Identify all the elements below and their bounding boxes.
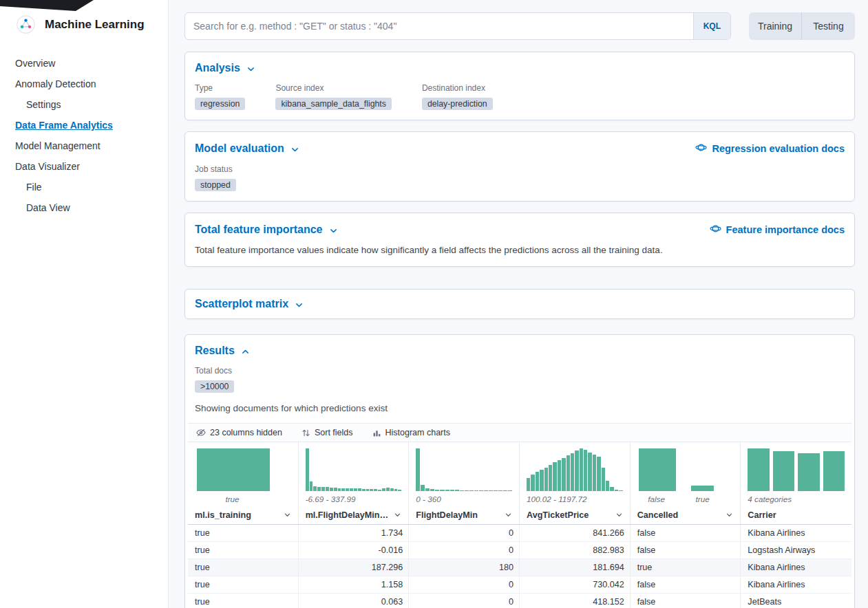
chevron-down-icon[interactable]: [505, 511, 512, 519]
histogram-bar: [597, 457, 600, 491]
table-cell[interactable]: false: [631, 576, 741, 593]
total-docs-field: Total docs >10000: [195, 366, 845, 393]
model-evaluation-section-toggle[interactable]: Model evaluation: [195, 142, 299, 155]
column-name: ml.FlightDelayMin_prediction: [306, 510, 392, 520]
sidebar-item-overview[interactable]: Overview: [0, 53, 168, 74]
table-cell[interactable]: -0.016: [299, 542, 410, 558]
feature-importance-docs-link[interactable]: Feature importance docs: [710, 223, 845, 237]
sidebar-item-file[interactable]: File: [0, 177, 168, 197]
sidebar-item-anomaly-detection[interactable]: Anomaly Detection: [0, 74, 168, 94]
eye-closed-icon: [196, 428, 206, 437]
histogram-bar: [435, 490, 439, 491]
testing-button[interactable]: Testing: [802, 12, 855, 40]
column-header-ml-flightdelaymin-prediction[interactable]: ml.FlightDelayMin_prediction: [306, 506, 402, 524]
toolbar-histogram-button[interactable]: Histogram charts: [372, 428, 450, 437]
histogram-bar: [593, 455, 596, 491]
table-cell[interactable]: 0.063: [299, 594, 410, 608]
feature-importance-section-toggle[interactable]: Total feature importance: [195, 224, 338, 236]
feature-importance-panel: Total feature importance Feature importa…: [184, 213, 855, 267]
table-cell[interactable]: true: [631, 559, 741, 576]
histogram-bar: [460, 490, 464, 491]
table-cell[interactable]: false: [631, 525, 741, 541]
column-header-carrier[interactable]: Carrier: [748, 506, 845, 524]
histogram-bar: [479, 490, 483, 491]
histogram-bar: [527, 478, 530, 491]
total-docs-label: Total docs: [195, 366, 234, 376]
column-header-ml-is-training[interactable]: ml.is_training: [195, 506, 291, 524]
scatterplot-section-toggle[interactable]: Scatterplot matrix: [195, 298, 304, 310]
regression-evaluation-docs-link[interactable]: Regression evaluation docs: [695, 142, 845, 155]
table-cell[interactable]: Kibana Airlines: [741, 559, 851, 576]
histogram-bar: [370, 489, 373, 491]
table-cell[interactable]: true: [188, 525, 299, 541]
table-cell[interactable]: false: [631, 594, 741, 608]
table-cell[interactable]: JetBeats: [741, 594, 851, 608]
histogram-bar: [440, 490, 444, 491]
table-cell[interactable]: true: [188, 594, 299, 608]
table-cell[interactable]: true: [188, 542, 299, 558]
toolbar-eye-closed-button[interactable]: 23 columns hidden: [196, 428, 282, 437]
table-cell[interactable]: 0: [409, 542, 520, 558]
table-cell[interactable]: Kibana Airlines: [741, 525, 851, 541]
table-cell[interactable]: 180: [409, 559, 520, 576]
histogram-bar: [489, 490, 493, 491]
histogram-bar: [321, 487, 325, 491]
table-cell[interactable]: 418.152: [520, 594, 631, 608]
table-cell[interactable]: false: [631, 542, 741, 558]
results-section-toggle[interactable]: Results: [195, 345, 250, 357]
histogram-bar: [536, 472, 539, 491]
results-panel: Results Total docs >10000 Showing docume…: [184, 334, 855, 608]
histogram-bar: [398, 490, 401, 491]
table-cell[interactable]: 1.734: [299, 525, 410, 541]
training-button[interactable]: Training: [749, 12, 802, 40]
histogram-range-label: -6.69 - 337.99: [306, 494, 402, 506]
table-row: true-0.0160882.983falseLogstash Airways: [188, 542, 851, 559]
app-root: Machine Learning OverviewAnomaly Detecti…: [0, 0, 868, 608]
grid-header-cell: 100.02 - 1197.72AvgTicketPrice: [520, 442, 631, 524]
histogram-bar: [580, 448, 583, 491]
sidebar: Machine Learning OverviewAnomaly Detecti…: [0, 0, 169, 608]
histogram-bar: [531, 475, 534, 491]
histogram-bar: [313, 486, 317, 491]
cancelled-histogram: [637, 448, 734, 491]
search-input[interactable]: [185, 13, 693, 39]
sidebar-item-data-visualizer[interactable]: Data Visualizer: [0, 156, 168, 177]
sidebar-item-data-view[interactable]: Data View: [0, 197, 168, 218]
chevron-down-icon[interactable]: [726, 511, 733, 519]
table-row: true187.296180181.694trueKibana Airlines: [188, 559, 851, 576]
histogram-bar: [390, 488, 394, 491]
ml-is-training-histogram: [195, 448, 291, 491]
table-cell[interactable]: Logstash Airways: [741, 542, 851, 558]
table-cell[interactable]: 181.694: [520, 559, 631, 576]
table-cell[interactable]: Kibana Airlines: [741, 576, 851, 593]
sidebar-item-data-frame-analytics[interactable]: Data Frame Analytics: [0, 115, 168, 135]
table-cell[interactable]: true: [188, 576, 299, 593]
chevron-down-icon[interactable]: [284, 511, 291, 519]
table-cell[interactable]: 882.983: [520, 542, 631, 558]
table-cell[interactable]: 0: [409, 525, 520, 541]
column-header-avgticketprice[interactable]: AvgTicketPrice: [527, 506, 623, 524]
histogram-bar: [346, 488, 349, 491]
kql-button[interactable]: KQL: [693, 13, 730, 39]
sidebar-item-settings[interactable]: Settings: [0, 94, 168, 115]
chevron-down-icon[interactable]: [615, 511, 623, 519]
table-cell[interactable]: 841.266: [520, 525, 631, 541]
table-cell[interactable]: 1.158: [299, 576, 410, 593]
model-evaluation-title: Model evaluation: [195, 142, 284, 155]
histogram-bar: [508, 490, 512, 491]
table-cell[interactable]: true: [188, 559, 299, 576]
histogram-bar: [416, 448, 420, 491]
analysis-section-toggle[interactable]: Analysis: [195, 62, 255, 74]
column-header-cancelled[interactable]: Cancelled: [637, 506, 734, 524]
table-cell[interactable]: 0: [409, 594, 520, 608]
column-header-flightdelaymin[interactable]: FlightDelayMin: [416, 506, 512, 524]
sidebar-item-model-management[interactable]: Model Management: [0, 135, 168, 156]
table-cell[interactable]: 730.042: [520, 576, 631, 593]
grid-header-cell: 4 categoriesCarrier: [741, 442, 851, 524]
histogram-bar: [378, 490, 381, 491]
table-cell[interactable]: 0: [409, 576, 520, 593]
chevron-down-icon[interactable]: [394, 511, 401, 519]
analysis-field-destination-index: Destination index delay-prediction: [422, 83, 493, 110]
table-cell[interactable]: 187.296: [299, 559, 410, 576]
toolbar-sort-button[interactable]: Sort fields: [301, 428, 353, 437]
